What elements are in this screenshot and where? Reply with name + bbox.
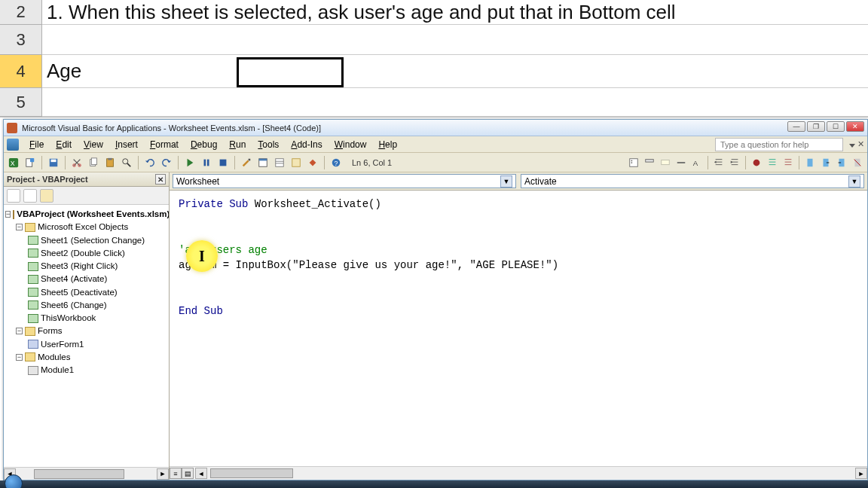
tree-modules[interactable]: − Modules (5, 351, 167, 364)
expander-icon[interactable]: − (16, 328, 23, 334)
save-icon[interactable] (47, 156, 60, 169)
menu-window[interactable]: Window (329, 138, 373, 151)
row-header[interactable]: 4 (0, 55, 42, 88)
vba-titlebar[interactable]: Microsoft Visual Basic for Applications … (4, 120, 867, 136)
quick-info-icon[interactable] (659, 156, 672, 169)
cell[interactable] (42, 25, 868, 55)
active-cell-border[interactable] (237, 57, 344, 87)
menu-debug[interactable]: Debug (185, 138, 223, 151)
tree-sheet-item[interactable]: Sheet2 (Double Click) (5, 247, 167, 260)
tree-forms[interactable]: − Forms (5, 325, 167, 337)
view-excel-icon[interactable]: X (7, 156, 20, 169)
tree-sheet-item[interactable]: Sheet1 (Selection Change) (5, 234, 167, 247)
tree-project-root[interactable]: − VBAProject (Worksheet Events.xlsm) (5, 208, 167, 221)
scroll-right-icon[interactable]: ► (157, 468, 169, 480)
expander-icon[interactable]: − (5, 211, 11, 218)
expander-icon[interactable]: − (16, 354, 23, 361)
project-panel-titlebar[interactable]: Project - VBAProject ✕ (4, 172, 169, 187)
view-code-icon[interactable] (7, 189, 20, 203)
tree-thisworkbook[interactable]: ThisWorkbook (5, 312, 167, 325)
help-icon[interactable]: ? (329, 156, 343, 169)
scroll-right-icon[interactable]: ► (855, 468, 867, 479)
cell[interactable] (42, 88, 868, 117)
full-module-view-icon[interactable]: ▤ (182, 468, 194, 479)
dropdown-icon[interactable]: ▼ (500, 175, 512, 188)
reset-icon[interactable] (216, 156, 230, 169)
outdent-icon[interactable] (728, 156, 741, 169)
properties-icon[interactable] (273, 156, 286, 169)
cell[interactable]: 1. When this sheet is selected, ask user… (42, 0, 868, 25)
row-header[interactable]: 3 (0, 25, 42, 55)
project-panel-close-icon[interactable]: ✕ (155, 174, 166, 185)
tree-sheet-item[interactable]: Sheet4 (Activate) (5, 273, 167, 285)
project-explorer-icon[interactable] (256, 156, 270, 169)
procedure-view-icon[interactable]: ≡ (170, 468, 182, 479)
copy-icon[interactable] (87, 156, 100, 169)
cut-icon[interactable] (70, 156, 84, 169)
bookmark-prev-icon[interactable] (835, 156, 848, 169)
insert-module-icon[interactable] (23, 156, 37, 169)
menu-dropdown-icon[interactable] (849, 144, 855, 148)
excel-grid[interactable]: 21. When this sheet is selected, ask use… (0, 0, 868, 117)
complete-word-icon[interactable]: A (690, 156, 704, 169)
undo-icon[interactable] (143, 156, 157, 169)
view-object-icon[interactable] (23, 189, 37, 203)
menu-tools[interactable]: Tools (252, 138, 285, 151)
cell[interactable]: Age (42, 55, 868, 88)
design-mode-icon[interactable] (240, 156, 253, 169)
procedure-combo[interactable]: Activate ▼ (521, 174, 864, 188)
uncomment-block-icon[interactable] (781, 156, 795, 169)
bookmark-toggle-icon[interactable] (803, 156, 817, 169)
scroll-thumb[interactable] (34, 469, 124, 479)
restore-button[interactable]: ❐ (807, 121, 825, 132)
breakpoint-icon[interactable] (750, 156, 763, 169)
bookmark-next-icon[interactable] (819, 156, 833, 169)
run-icon[interactable] (183, 156, 197, 169)
mdi-close-icon[interactable]: ✕ (857, 139, 864, 149)
project-icon (13, 210, 14, 219)
find-icon[interactable] (120, 156, 133, 169)
redo-icon[interactable] (160, 156, 173, 169)
expander-icon[interactable]: − (16, 224, 23, 230)
paste-icon[interactable] (103, 156, 117, 169)
tree-sheet-item[interactable]: Sheet3 (Right Click) (5, 260, 167, 273)
menu-run[interactable]: Run (223, 138, 252, 151)
bookmark-clear-icon[interactable] (851, 156, 864, 169)
object-browser-icon[interactable] (289, 156, 303, 169)
indent-icon[interactable] (712, 156, 726, 169)
minimize-button[interactable]: — (787, 121, 805, 132)
start-button[interactable] (5, 474, 23, 488)
menu-file[interactable]: File (23, 138, 50, 151)
menu-edit[interactable]: Edit (50, 138, 78, 151)
list-constants-icon[interactable] (643, 156, 656, 169)
windows-taskbar[interactable] (0, 480, 868, 488)
list-properties-icon[interactable] (627, 156, 640, 169)
tree-module-item[interactable]: Module1 (5, 364, 167, 377)
tree-excel-objects[interactable]: − Microsoft Excel Objects (5, 221, 167, 233)
tree-sheet-item[interactable]: Sheet5 (Deactivate) (5, 286, 167, 299)
comment-block-icon[interactable] (766, 156, 779, 169)
parameter-info-icon[interactable] (674, 156, 688, 169)
code-editor[interactable]: Private Sub Worksheet_Activate() 'ask us… (170, 191, 867, 466)
tree-form-item[interactable]: UserForm1 (5, 338, 167, 351)
project-scrollbar[interactable]: ◄ ► (4, 467, 169, 480)
dropdown-icon[interactable]: ▼ (848, 175, 860, 188)
menu-format[interactable]: Format (144, 138, 185, 151)
object-combo[interactable]: Worksheet ▼ (173, 174, 516, 188)
toolbox-icon[interactable] (306, 156, 319, 169)
row-header[interactable]: 2 (0, 0, 42, 25)
break-icon[interactable] (200, 156, 213, 169)
project-tree[interactable]: − VBAProject (Worksheet Events.xlsm) − M… (4, 205, 169, 467)
row-header[interactable]: 5 (0, 88, 42, 117)
tree-sheet-item[interactable]: Sheet6 (Change) (5, 299, 167, 312)
scroll-left-icon[interactable]: ◄ (195, 468, 207, 479)
close-button[interactable]: ✕ (846, 121, 864, 132)
menu-help[interactable]: Help (372, 138, 403, 151)
toggle-folders-icon[interactable] (40, 189, 53, 203)
maximize-button[interactable]: ☐ (827, 121, 845, 132)
menu-view[interactable]: View (78, 138, 109, 151)
help-search-input[interactable] (715, 138, 843, 151)
menu-add-ins[interactable]: Add-Ins (285, 138, 328, 151)
menu-insert[interactable]: Insert (109, 138, 144, 151)
scroll-thumb[interactable] (210, 468, 293, 478)
